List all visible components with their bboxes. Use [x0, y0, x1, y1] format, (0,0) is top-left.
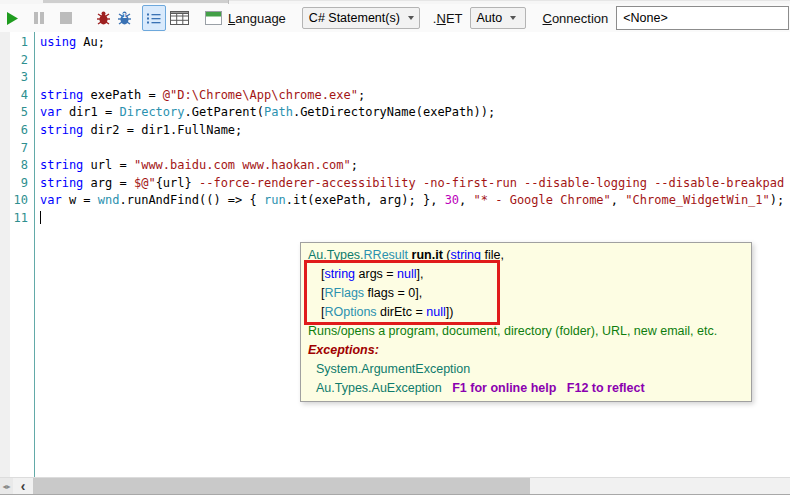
splitter-handle-icon[interactable]: ◂▸: [0, 478, 13, 494]
code-text: string arg = $@"{url} --force-renderer-a…: [40, 175, 790, 193]
code-segment: Path: [264, 105, 293, 119]
connection-value: <None>: [623, 11, 667, 25]
code-editor-window: 1: [0, 0, 790, 495]
line-number[interactable]: 4: [0, 87, 33, 105]
code-segment: string: [40, 88, 83, 102]
rich-text-results-toggle[interactable]: [142, 5, 166, 31]
code-segment: "Chrome_WidgetWin_1": [625, 193, 770, 207]
results-panel-button[interactable]: [205, 7, 222, 29]
code-area[interactable]: 1using Au;234string exePath = @"D:\Chrom…: [0, 34, 790, 228]
line-number[interactable]: 7: [0, 140, 33, 158]
code-line[interactable]: 8string url = "www.baidu.com www.haokan.…: [0, 157, 790, 175]
line-number[interactable]: 3: [0, 69, 33, 87]
tab-strip-line: [229, 0, 790, 1]
code-text: var w = wnd.runAndFind(() => { run.it(ex…: [40, 192, 784, 210]
horizontal-scrollbar[interactable]: ◂▸ ‹: [0, 477, 790, 495]
code-segment: string: [40, 123, 83, 137]
code-segment: using: [40, 35, 76, 49]
code-line[interactable]: 2: [0, 52, 790, 70]
tooltip-segment: [442, 381, 452, 395]
code-segment: w =: [62, 193, 98, 207]
panel-icon: [205, 11, 222, 25]
scrollbar-thumb[interactable]: [33, 478, 530, 494]
code-line[interactable]: 4string exePath = @"D:\Chrome\App\chrome…: [0, 87, 790, 105]
code-segment: arg =: [83, 176, 134, 190]
code-segment: "* - Google Chrome": [474, 193, 611, 207]
line-number[interactable]: 10: [0, 192, 33, 210]
tooltip-segment: ]): [446, 305, 454, 319]
dotnet-dropdown[interactable]: Auto: [470, 7, 526, 29]
language-label: Language: [228, 11, 286, 26]
code-line[interactable]: 7: [0, 140, 790, 158]
code-line[interactable]: 9string arg = $@"{url} --force-renderer-…: [0, 175, 790, 193]
tooltip-segment: string: [450, 248, 481, 262]
debug-step-button[interactable]: 1: [116, 7, 133, 29]
line-number[interactable]: 1: [0, 34, 33, 52]
line-number[interactable]: 9: [0, 175, 33, 193]
code-segment: @"D:\Chrome\App\chrome.exe": [163, 88, 358, 102]
toolbar: 1: [0, 4, 790, 32]
code-segment: --force-renderer-accessibility -no-first…: [192, 176, 790, 190]
scroll-left-arrow-icon[interactable]: ‹: [14, 478, 32, 494]
tooltip-segment: ROptions: [324, 305, 376, 319]
code-segment: .GetDirectoryName(exePath));: [293, 105, 495, 119]
code-segment: $@": [134, 176, 156, 190]
code-text: [40, 210, 41, 228]
code-segment: wnd: [98, 193, 120, 207]
tooltip-line: Runs/opens a program, document, director…: [308, 322, 744, 341]
tooltip-content: Au.Types.RResult run.it (string file,[st…: [308, 246, 744, 398]
code-line[interactable]: 6string dir2 = dir1.FullName;: [0, 122, 790, 140]
connection-label: Connection: [543, 11, 609, 26]
code-segment: exePath =: [83, 88, 162, 102]
code-line[interactable]: 3: [0, 69, 790, 87]
dotnet-label: .NET: [433, 11, 463, 26]
code-editor[interactable]: 1using Au;234string exePath = @"D:\Chrom…: [0, 32, 790, 477]
tooltip-segment: null: [397, 267, 416, 281]
line-number[interactable]: 5: [0, 104, 33, 122]
code-segment: url =: [83, 158, 134, 172]
code-segment: dir2 = dir1.FullName;: [83, 123, 242, 137]
code-segment: 30: [445, 193, 459, 207]
code-segment: .it(exePath, arg); },: [286, 193, 445, 207]
pause-icon: [33, 12, 45, 24]
line-number[interactable]: 11: [0, 210, 33, 228]
language-dropdown[interactable]: C# Statement(s): [302, 7, 420, 29]
data-grid-results-toggle[interactable]: [170, 7, 189, 29]
code-line[interactable]: 1using Au;: [0, 34, 790, 52]
pause-button[interactable]: [33, 7, 45, 29]
code-text: using Au;: [40, 34, 105, 52]
connection-dropdown[interactable]: <None>: [616, 6, 789, 30]
debug-button[interactable]: [95, 7, 112, 29]
play-icon: [5, 11, 20, 26]
line-number[interactable]: 2: [0, 52, 33, 70]
tooltip-line: [RFlags flags = 0],: [308, 284, 744, 303]
bug-step-icon: [116, 10, 133, 26]
chevron-down-icon: [510, 16, 516, 20]
tab-strip-segment: [43, 0, 228, 3]
tooltip-segment: string: [324, 267, 355, 281]
language-value: C# Statement(s): [309, 11, 400, 25]
tooltip-segment: RResult: [364, 248, 408, 262]
tooltip-line: [ROptions dirEtc = null]): [308, 303, 744, 322]
code-segment: Directory: [119, 105, 184, 119]
tooltip-segment: dirEtc =: [377, 305, 427, 319]
line-number[interactable]: 6: [0, 122, 33, 140]
grid-icon: [170, 10, 189, 26]
code-segment: "www.baidu.com www.haokan.com": [134, 158, 351, 172]
code-segment: var: [40, 105, 62, 119]
tooltip-segment: flags = 0],: [364, 286, 422, 300]
rich-text-icon: [145, 11, 163, 26]
code-line[interactable]: 11: [0, 210, 790, 228]
tooltip-segment: Au.Types.: [308, 248, 364, 262]
code-text: var dir1 = Directory.GetParent(Path.GetD…: [40, 104, 495, 122]
tooltip-segment: run.it: [412, 248, 443, 262]
stop-button[interactable]: [60, 7, 72, 29]
tooltip-segment: System.ArgumentException: [316, 362, 470, 376]
run-button[interactable]: [5, 7, 20, 29]
code-line[interactable]: 5var dir1 = Directory.GetParent(Path.Get…: [0, 104, 790, 122]
code-line[interactable]: 10var w = wnd.runAndFind(() => { run.it(…: [0, 192, 790, 210]
code-segment: {url}: [156, 176, 192, 190]
code-text: string dir2 = dir1.FullName;: [40, 122, 242, 140]
line-number[interactable]: 8: [0, 157, 33, 175]
code-segment: .runAndFind(() => {: [120, 193, 265, 207]
